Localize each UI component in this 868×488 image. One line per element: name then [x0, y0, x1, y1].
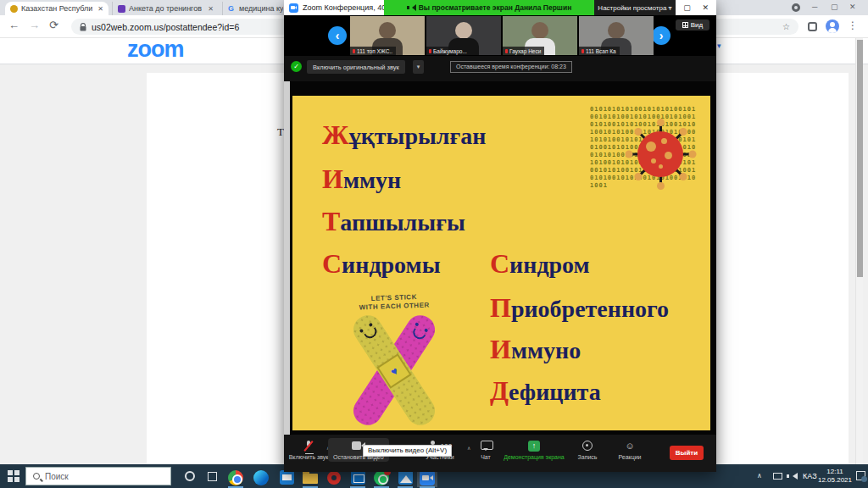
forward-icon[interactable]: → — [29, 19, 40, 31]
share-screen-label: Демонстрация экрана — [504, 454, 565, 460]
original-sound-button[interactable]: Включить оригинальный звук — [307, 60, 405, 74]
zoom-maximize-button[interactable]: ▢ — [683, 3, 691, 12]
browser-close-button[interactable]: ✕ — [849, 3, 856, 11]
task-view-icon[interactable] — [208, 472, 217, 481]
filmstrip-prev-icon[interactable]: ‹ — [328, 26, 347, 45]
profile-avatar[interactable] — [826, 19, 839, 33]
tab3-title: медицина куні каз — [239, 4, 283, 13]
back-icon[interactable]: ← — [8, 19, 19, 31]
tab2-close-icon[interactable]: ✕ — [208, 5, 214, 13]
record-label: Запись — [578, 454, 598, 460]
slide: Жұқтырылған Иммун Тапшылығы Синдромы Син… — [292, 96, 710, 430]
participant-video-2[interactable]: Байжумаро... — [426, 16, 501, 55]
smiley-face-icon — [406, 321, 431, 346]
participant-3-silhouette — [531, 22, 548, 39]
view-button[interactable]: Вид — [676, 19, 709, 30]
network-icon[interactable] — [773, 473, 782, 480]
share-screen-button[interactable]: ↑ Демонстрация экрана — [502, 440, 566, 460]
reload-icon[interactable]: ⟳ — [49, 19, 58, 31]
zoom-web-logo: zoom — [127, 36, 184, 63]
slide-line-immun: Иммун — [322, 164, 401, 195]
participant-video-1[interactable]: 111 топ ХЖС.. — [350, 16, 425, 55]
tab3-favicon-google-g-icon: G — [228, 5, 236, 13]
browser-profile-icon[interactable] — [792, 3, 800, 12]
start-button[interactable] — [8, 470, 19, 482]
shared-screen-edge — [284, 81, 290, 435]
zoom-toolbar: Включить звук ∧ Остановить видео 100 Уча… — [284, 435, 716, 472]
tray-expand-icon[interactable]: ∧ — [757, 472, 762, 480]
scrollbar-thumb[interactable] — [857, 40, 863, 277]
participant-video-3[interactable]: Гаухар Неси — [503, 16, 577, 55]
language-dropdown-caret-icon[interactable]: ▾ — [717, 42, 721, 50]
participant-3-name: Гаухар Неси — [509, 48, 541, 54]
bandaid-sticker: ♥ — [339, 313, 449, 428]
original-sound-caret-icon[interactable]: ▾ — [413, 60, 424, 74]
zoom-minimize-button[interactable]: ─ — [666, 3, 671, 12]
chat-icon — [481, 441, 492, 451]
view-button-label: Вид — [691, 21, 703, 29]
taskbar-search[interactable]: Поиск — [25, 467, 171, 485]
clock-time: 12:11 — [815, 468, 854, 476]
lock-icon — [80, 23, 86, 31]
slide-line-sindrom: Синдром — [490, 248, 590, 280]
participant-4-name-badge: 111 Всап Ка — [579, 47, 620, 55]
taskbar-clock[interactable]: 12:11 12.05.2021 — [815, 468, 854, 485]
tab1-title: Казахстан Республикасы Сыб — [21, 4, 92, 13]
slide-line-priobretennogo: Приобретенного — [490, 292, 669, 324]
browser-menu-icon[interactable]: ⋮ — [848, 19, 858, 31]
page-scrollbar[interactable] — [855, 38, 863, 464]
extensions-icon[interactable] — [808, 22, 817, 31]
participant-video-4[interactable]: 111 Всап Ка — [579, 16, 654, 55]
security-shield-icon: ✓ — [291, 61, 302, 72]
tab1-close-icon[interactable]: ✕ — [97, 5, 103, 13]
browser-tab-1[interactable]: Казахстан Республикасы Сыб ✕ — [5, 2, 108, 15]
slide-line-deficita: Дефицита — [490, 375, 601, 407]
zoom-close-button[interactable]: ✕ — [703, 3, 709, 12]
search-icon — [33, 473, 40, 480]
taskbar-chrome-icon[interactable] — [225, 468, 246, 487]
grid-view-icon — [682, 22, 688, 28]
participant-1-name-badge: 111 топ ХЖС.. — [350, 47, 396, 55]
meeting-subbar: ✓ Включить оригинальный звук ▾ Оставшеес… — [284, 56, 716, 81]
zoom-title-bar: Zoom Конференция, 40 мин Вы просматривае… — [284, 0, 716, 15]
slide-line-immuno: Иммуно — [490, 334, 581, 365]
cortana-icon[interactable] — [185, 471, 195, 481]
browser-minimize-button[interactable]: ─ — [812, 3, 817, 11]
filmstrip-next-icon[interactable]: › — [652, 26, 670, 45]
muted-mic-icon — [505, 49, 508, 53]
browser-tab-3[interactable]: G медицина куні каз — [222, 2, 288, 15]
muted-mic-icon — [353, 49, 355, 53]
participant-1-silhouette — [379, 22, 396, 39]
browser-maximize-button[interactable]: ▢ — [831, 3, 838, 11]
slide-line-sindromy: Синдромы — [322, 248, 441, 280]
share-banner-text: Вы просматриваете экран Данила Першин — [419, 3, 572, 12]
reactions-label: Реакции — [618, 454, 641, 460]
notification-center-icon[interactable] — [856, 471, 865, 480]
clock-date: 12.05.2021 — [815, 476, 854, 485]
bookmark-star-icon[interactable]: ☆ — [782, 22, 790, 31]
taskbar-edge-icon[interactable] — [251, 468, 271, 487]
browser-tab-2[interactable]: Анкета до тренингов по проф ✕ — [112, 2, 219, 15]
muted-mic-icon — [429, 49, 431, 53]
shared-screen-area: Жұқтырылған Иммун Тапшылығы Синдромы Син… — [284, 81, 716, 435]
volume-icon[interactable] — [789, 473, 798, 480]
url-text[interactable]: us02web.zoom.us/postattendee?id=6 — [92, 22, 239, 32]
unmute-label: Включить звук — [289, 454, 329, 460]
reactions-button[interactable]: ☺ Реакции — [606, 440, 654, 460]
mic-muted-icon — [306, 441, 312, 451]
record-button[interactable]: Запись — [564, 440, 611, 460]
tab1-favicon — [10, 5, 18, 13]
tab2-title: Анкета до тренингов по проф — [129, 4, 203, 13]
page-text-fragment: Т — [277, 125, 284, 139]
sticker-caption: LET'S STICK WITH EACH OTHER — [342, 292, 448, 313]
participant-2-name-badge: Байжумаро... — [426, 47, 470, 55]
video-filmstrip: ‹ › 111 топ ХЖС.. Байжумаро... — [284, 15, 716, 56]
participant-3-name-badge: Гаухар Неси — [503, 47, 544, 55]
zoom-app-icon — [289, 3, 298, 13]
participant-1-name: 111 топ ХЖС.. — [357, 48, 392, 54]
video-tooltip: Выключить видео (Alt+V) — [363, 445, 452, 457]
leave-meeting-button[interactable]: Выйти — [670, 446, 704, 460]
speaker-icon — [407, 4, 415, 12]
unmute-button[interactable]: Включить звук — [285, 440, 332, 460]
slide-line-tapshylygy: Тапшылығы — [322, 206, 465, 237]
